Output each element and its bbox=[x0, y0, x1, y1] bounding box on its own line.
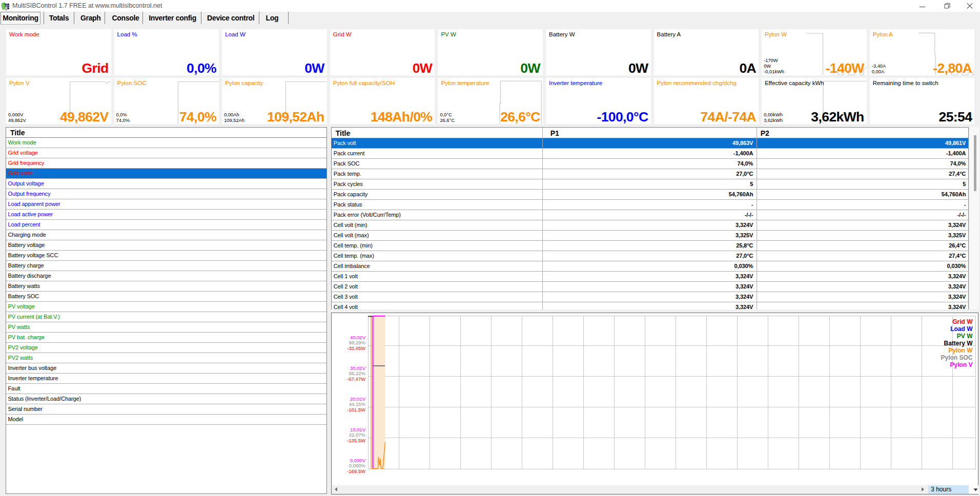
svg-text:Pylon SOC: Pylon SOC bbox=[941, 354, 972, 361]
svg-text:0,000V: 0,000V bbox=[350, 457, 366, 463]
svg-text:30,02V: 30,02V bbox=[350, 365, 366, 370]
svg-text:-67,47W: -67,47W bbox=[347, 376, 365, 381]
svg-text:22,07%: 22,07% bbox=[349, 432, 365, 438]
svg-text:Load W: Load W bbox=[950, 325, 973, 332]
svg-text:0,000%: 0,000% bbox=[349, 463, 365, 468]
svg-text:Grid W: Grid W bbox=[952, 318, 973, 325]
svg-text:-135,5W: -135,5W bbox=[347, 437, 365, 443]
svg-text:88,29%: 88,29% bbox=[349, 340, 365, 345]
svg-text:Pylon W: Pylon W bbox=[948, 346, 973, 354]
svg-text:20,01V: 20,01V bbox=[350, 396, 366, 401]
svg-text:-101,5W: -101,5W bbox=[347, 406, 365, 412]
svg-text:44,15%: 44,15% bbox=[349, 401, 365, 407]
svg-text:PV W: PV W bbox=[957, 332, 973, 339]
svg-text:Pylon V: Pylon V bbox=[950, 361, 972, 368]
svg-text:40,02V: 40,02V bbox=[350, 334, 366, 340]
svg-text:66,22%: 66,22% bbox=[349, 370, 365, 376]
svg-text:10,01V: 10,01V bbox=[350, 426, 366, 432]
svg-text:-169,5W: -169,5W bbox=[347, 468, 365, 473]
svg-text:-33,45W: -33,45W bbox=[347, 345, 365, 350]
svg-text:Battery W: Battery W bbox=[944, 339, 973, 346]
